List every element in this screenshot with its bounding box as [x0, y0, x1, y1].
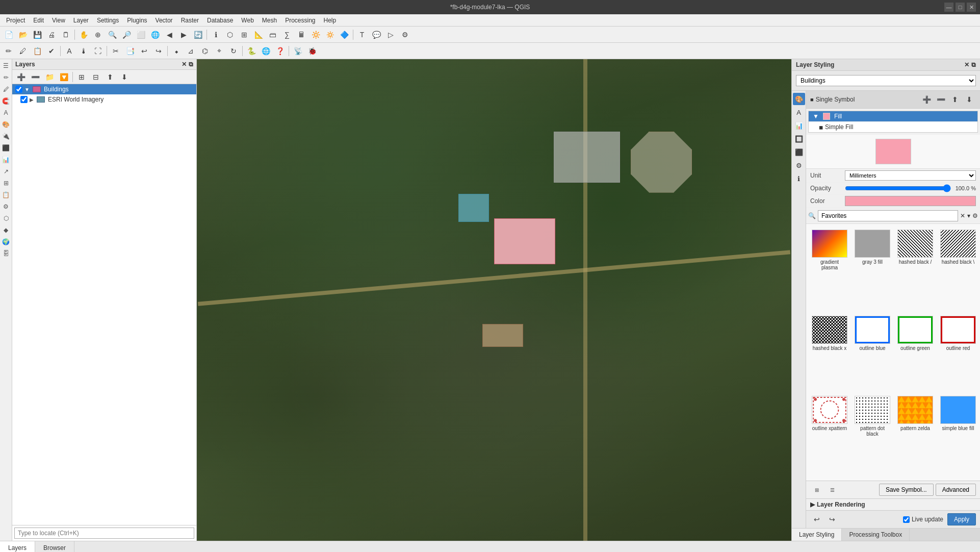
map-canvas[interactable] — [197, 59, 791, 541]
tool-digitize[interactable]: 🖊 — [16, 44, 30, 58]
layers-down-btn[interactable]: ⬇ — [118, 70, 131, 84]
layers-add-btn[interactable]: ➕ — [14, 70, 28, 84]
left-icon-field[interactable]: 📋 — [1, 189, 12, 200]
left-icon-advanced-digitize[interactable]: 🖉 — [1, 84, 12, 95]
tool-cut[interactable]: ✂ — [109, 44, 122, 58]
tab-layers[interactable]: Layers — [0, 541, 35, 552]
advanced-button[interactable]: Advanced — [936, 484, 976, 496]
left-icon-3d[interactable]: ⬛ — [1, 142, 12, 154]
tool-rotate[interactable]: ↻ — [227, 44, 240, 58]
layer-esri-checkbox[interactable] — [20, 96, 28, 103]
tool-zoom-prev[interactable]: ◀ — [163, 28, 176, 41]
styling-detach-btn[interactable]: ⧉ — [971, 61, 976, 68]
tool-refresh[interactable]: 🔄 — [191, 28, 204, 41]
tool-gps[interactable]: 📡 — [291, 44, 304, 58]
symbol-outline-green[interactable]: outline green — [895, 313, 936, 392]
symbol-pattern-dot[interactable]: pattern dot black — [852, 393, 893, 478]
menu-database[interactable]: Database — [203, 16, 237, 25]
symbol-outline-blue[interactable]: outline blue — [852, 313, 893, 392]
tool-help2[interactable]: ❓ — [273, 44, 287, 58]
symbol-gray-3-fill[interactable]: gray 3 fill — [852, 227, 893, 311]
tool-zoom-full[interactable]: 🌐 — [148, 28, 162, 41]
tool-attr-table[interactable]: 🗃 — [266, 28, 279, 41]
styling-icon-rendering[interactable]: ⚙ — [793, 159, 805, 171]
styling-icon-diagram[interactable]: 📊 — [793, 119, 805, 132]
tool-stat[interactable]: ∑ — [280, 28, 294, 41]
maximize-btn[interactable]: □ — [956, 3, 965, 12]
left-icon-ext-plugin1[interactable]: 🌍 — [1, 236, 12, 247]
move-up-btn[interactable]: ⬆ — [948, 93, 962, 106]
tool-deselect[interactable]: ⊞ — [238, 28, 251, 41]
tool-print[interactable]: 🗒 — [59, 28, 72, 41]
symbol-hashed-black-x[interactable]: hashed black x — [809, 313, 850, 392]
menu-mesh[interactable]: Mesh — [258, 16, 281, 25]
layer-selector[interactable]: Buildings — [796, 75, 976, 86]
opacity-slider[interactable] — [845, 184, 951, 192]
menu-view[interactable]: View — [48, 16, 69, 25]
tool-edit-toggle[interactable]: ✏ — [2, 44, 15, 58]
symbol-outline-xpattern[interactable]: outline xpattern — [809, 393, 850, 478]
left-icon-style[interactable]: 🎨 — [1, 119, 12, 130]
symbol-pattern-zelda[interactable]: pattern zelda — [895, 393, 936, 478]
tool-debug[interactable]: 🐞 — [305, 44, 319, 58]
styling-icon-metadata[interactable]: ℹ — [793, 172, 805, 185]
left-icon-layers[interactable]: ☰ — [1, 60, 12, 71]
menu-plugins[interactable]: Plugins — [123, 16, 151, 25]
left-icon-feature[interactable]: ⊞ — [1, 178, 12, 189]
clear-search-icon[interactable]: ✕ — [960, 212, 965, 219]
styling-icon-label[interactable]: A — [793, 106, 805, 118]
menu-settings[interactable]: Settings — [93, 16, 123, 25]
simple-fill-row[interactable]: ◼ Simple Fill — [809, 121, 977, 132]
left-icon-geoprocess[interactable]: ⚙ — [1, 201, 12, 212]
tool-zoom-select[interactable]: 🔅 — [323, 28, 337, 41]
color-swatch[interactable] — [845, 196, 976, 206]
close-btn[interactable]: ✕ — [967, 3, 976, 12]
menu-processing[interactable]: Processing — [281, 16, 319, 25]
layers-collapse-btn[interactable]: ⊟ — [89, 70, 102, 84]
symbol-simple-blue-fill[interactable]: simple blue fill — [938, 393, 978, 478]
tool-split[interactable]: ⊿ — [184, 44, 197, 58]
layers-detach-btn[interactable]: ⧉ — [189, 61, 193, 68]
tool-pan-2[interactable]: ⊕ — [91, 28, 105, 41]
map-area[interactable] — [197, 59, 791, 541]
tool-offset[interactable]: ⌖ — [213, 44, 226, 58]
layers-group-btn[interactable]: 📁 — [43, 70, 56, 84]
tool-zoom-layer[interactable]: 🔆 — [309, 28, 322, 41]
tool-open[interactable]: 📂 — [16, 28, 30, 41]
tool-heatmap[interactable]: 🌡 — [77, 44, 90, 58]
layer-item-esri[interactable]: ▶ ESRI World Imagery — [12, 94, 196, 105]
tool-identify[interactable]: ℹ — [209, 28, 222, 41]
tool-browser-2[interactable]: 🌐 — [259, 44, 272, 58]
left-icon-shape[interactable]: ◆ — [1, 224, 12, 236]
tool-copy[interactable]: 📑 — [123, 44, 137, 58]
layer-styling-tab[interactable]: Layer Styling — [792, 529, 842, 541]
grid-view-btn[interactable]: ⊞ — [810, 483, 823, 496]
symbol-hashed-black-bck[interactable]: hashed black \ — [938, 227, 978, 311]
tool-text-annot[interactable]: T — [355, 28, 369, 41]
styling-icon-3d[interactable]: ⬛ — [793, 146, 805, 158]
tool-python[interactable]: 🐍 — [245, 44, 258, 58]
left-icon-select2[interactable]: ↗ — [1, 166, 12, 177]
symbol-settings-icon[interactable]: ⚙ — [972, 212, 978, 219]
layers-up-btn[interactable]: ⬆ — [104, 70, 117, 84]
styling-icon-mask[interactable]: 🔲 — [793, 133, 805, 145]
left-icon-analysis[interactable]: 📊 — [1, 154, 12, 165]
tool-zoom-feature[interactable]: 🔷 — [338, 28, 351, 41]
layer-rendering-header[interactable]: ▶ Layer Rendering — [810, 501, 976, 508]
styling-close-btn[interactable]: ✕ — [964, 61, 969, 68]
tool-pan[interactable]: ✋ — [77, 28, 90, 41]
layer-item-buildings[interactable]: ▼ Buildings — [12, 84, 196, 94]
styling-undo-btn[interactable]: ↩ — [810, 513, 823, 526]
tool-feature-action[interactable]: ⚙ — [398, 28, 411, 41]
tool-edit-layer[interactable]: 📋 — [31, 44, 44, 58]
layers-expand-btn[interactable]: ⊞ — [75, 70, 88, 84]
menu-edit[interactable]: Edit — [29, 16, 48, 25]
layers-filter-btn[interactable]: 🔽 — [57, 70, 70, 84]
symbol-hashed-black-fwd[interactable]: hashed black / — [895, 227, 936, 311]
layers-remove-btn[interactable]: ➖ — [29, 70, 42, 84]
menu-raster[interactable]: Raster — [177, 16, 203, 25]
locate-input[interactable] — [14, 528, 194, 539]
left-icon-plugin[interactable]: 🔌 — [1, 131, 12, 142]
live-update-checkbox[interactable] — [903, 516, 910, 523]
tool-zoom-in[interactable]: 🔍 — [106, 28, 119, 41]
